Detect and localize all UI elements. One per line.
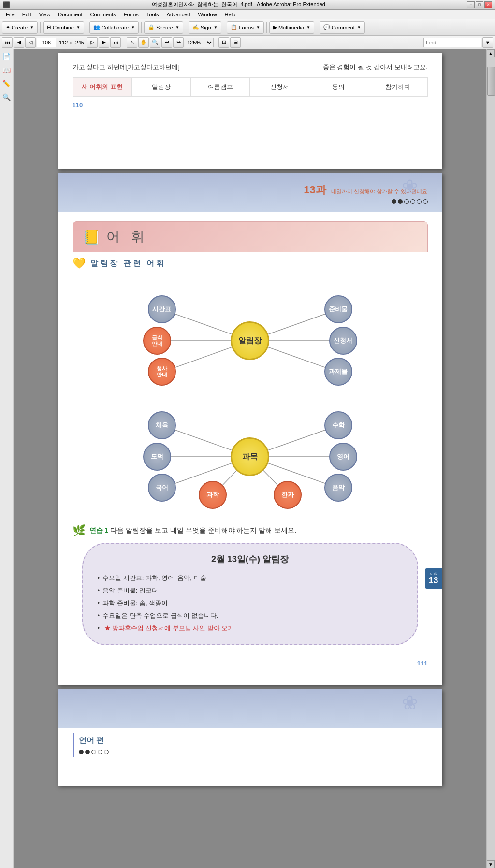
notice-item-3: 과학 준비물: 솜, 색종이: [98, 597, 403, 609]
notice-item-star: ★ 방과후수업 신청서에 부모님 사인 받아 오기: [98, 622, 403, 635]
menu-window[interactable]: Window: [194, 11, 220, 18]
nav-prev2[interactable]: ◁: [25, 37, 36, 48]
create-icon: ✦: [6, 24, 10, 30]
menu-forms[interactable]: Forms: [120, 11, 143, 18]
scroll-up-button[interactable]: ▲: [487, 49, 495, 57]
fit-page[interactable]: ⊡: [218, 37, 229, 48]
satellite-급식안내: 급식안내: [143, 327, 171, 355]
comment-icon: 💬: [323, 24, 330, 30]
satellite-행사안내: 행사안내: [148, 358, 176, 386]
sidebar-icon-page[interactable]: 📄: [1, 51, 12, 62]
notice-items: 수요일 시간표: 과학, 영어, 음악, 미술 음악 준비물: 리코더 과학 준…: [98, 572, 403, 635]
page3-dot-4: [98, 750, 102, 754]
vocab-item-3: 신청서: [250, 78, 309, 96]
nav-last[interactable]: ⏭: [110, 37, 121, 48]
main-area: 📄 📖 ✏️ 🔍 가고 싶다고 하던데[가고싶다고하던데] 좋은 경험이 될 것…: [0, 49, 495, 868]
subsection-title: 알림장 관련 어휘: [90, 259, 166, 269]
satellite-국어: 국어: [148, 474, 176, 502]
section-title-bar: 📒 어 휘: [73, 221, 428, 252]
menu-advanced[interactable]: Advanced: [163, 11, 194, 18]
sidebar-icon-bookmark[interactable]: 📖: [1, 65, 12, 75]
notice-item-2: 음악 준비물: 리코더: [98, 584, 403, 597]
nav-first[interactable]: ⏮: [2, 37, 13, 48]
nav-prev[interactable]: ◀: [14, 37, 24, 48]
menu-tools[interactable]: Tools: [143, 11, 163, 18]
menu-view[interactable]: View: [35, 11, 55, 18]
center-node-2: 과목: [231, 437, 269, 476]
section-title: 어 휘: [106, 228, 149, 246]
secure-button[interactable]: 🔒 Secure ▼: [144, 21, 183, 34]
menu-help[interactable]: Help: [221, 11, 240, 18]
center-node-1: 알림장: [231, 321, 269, 360]
sidebar-icon-search[interactable]: 🔍: [1, 92, 12, 102]
pan-tool[interactable]: ✋: [138, 37, 149, 48]
page3-header: ❀: [58, 689, 442, 728]
scroll-down-button[interactable]: ▼: [487, 860, 495, 868]
dot-2: [398, 199, 403, 204]
fit-width[interactable]: ⊟: [230, 37, 241, 48]
vocab-item-5: 참가하다: [368, 78, 427, 96]
minimize-button[interactable]: −: [467, 1, 475, 8]
separator5: [224, 22, 224, 33]
subsection: 💛 알림장 관련 어휘: [73, 257, 428, 273]
satellite-과제물: 과제물: [324, 358, 352, 386]
combine-button[interactable]: ⊞ Combine ▼: [43, 21, 84, 34]
maximize-button[interactable]: □: [476, 1, 483, 8]
separator4: [186, 22, 186, 33]
close-button[interactable]: ✕: [484, 1, 492, 8]
nav-next[interactable]: ▷: [87, 37, 98, 48]
decorative-flower-2: ❀: [402, 692, 418, 714]
satellite-영어: 영어: [329, 443, 357, 471]
nav-forward[interactable]: ↪: [173, 37, 184, 48]
satellite-시간표: 시간표: [148, 295, 176, 323]
dot-3: [404, 199, 409, 204]
notice-box: 2월 13일(수) 알림장 수요일 시간표: 과학, 영어, 음악, 미술 음악…: [82, 543, 418, 645]
intro-right: 좋은 경험이 될 것 같아서 보내려고요.: [323, 63, 428, 72]
page3-divider: [73, 733, 74, 757]
sidebar-icon-edit[interactable]: ✏️: [1, 78, 12, 89]
mind-map-1: 알림장 시간표 급식안내 행사안내 준비물 신청서 과제물: [73, 283, 428, 399]
sign-button[interactable]: ✍ Sign ▼: [189, 21, 221, 34]
zoom-in[interactable]: 🔍: [150, 37, 160, 48]
zoom-select[interactable]: 125% 100% 75% 50%: [185, 38, 214, 47]
page-input[interactable]: [37, 38, 56, 47]
find-arrow[interactable]: ▼: [482, 37, 493, 48]
page3-dots: [79, 750, 109, 754]
collaborate-button[interactable]: 👥 Collaborate ▼: [89, 21, 139, 34]
content-area: 가고 싶다고 하던데[가고싶다고하던데] 좋은 경험이 될 것 같아서 보내려고…: [14, 49, 486, 868]
title-bar: ⬛ 여성결혼이민자와_함께하는_한국어_4.pdf - Adobe Acroba…: [0, 0, 495, 10]
separator7: [317, 22, 317, 33]
page3-dot-1: [79, 750, 84, 754]
vocab-table: 새 어휘와 표현 알림장 여름캠프 신청서 동의 참가하다: [73, 77, 428, 97]
menu-bar: File Edit View Document Comments Forms T…: [0, 10, 495, 19]
vocab-header-label: 새 어휘와 표현: [73, 78, 132, 96]
page-info: 112 of 245: [59, 40, 84, 45]
separator6: [266, 22, 267, 33]
nav-next2[interactable]: ▶: [99, 37, 109, 48]
menu-document[interactable]: Document: [54, 11, 86, 18]
exercise-icon: 🌿: [73, 524, 86, 537]
bullet-icon: 💛: [73, 257, 86, 270]
scrollbar-thumb[interactable]: [487, 67, 495, 96]
exercise-title: 연습 1 다음 알림장을 보고 내일 무엇을 준비해야 하는지 말해 보세요.: [89, 526, 297, 535]
menu-comments[interactable]: Comments: [87, 11, 120, 18]
cursor-tool[interactable]: ↖: [127, 37, 137, 48]
nav-back[interactable]: ↩: [161, 37, 172, 48]
comment-button[interactable]: 💬 Comment ▼: [320, 21, 365, 34]
intro-left: 가고 싶다고 하던데[가고싶다고하던데]: [73, 63, 180, 72]
forms-button[interactable]: 📋 Forms ▼: [227, 21, 264, 34]
satellite-준비물: 준비물: [324, 295, 352, 323]
menu-edit[interactable]: Edit: [18, 11, 35, 18]
pdf-page-2: 13과 내일까지 신청해야 참가할 수 있다던데요: [58, 173, 442, 685]
multimedia-button[interactable]: ▶ Multimedia ▼: [269, 21, 314, 34]
satellite-신청서: 신청서: [329, 327, 357, 355]
lesson-dots: [304, 199, 427, 204]
left-sidebar: 📄 📖 ✏️ 🔍: [0, 49, 14, 868]
find-input[interactable]: [423, 38, 481, 47]
menu-file[interactable]: File: [2, 11, 18, 18]
create-button[interactable]: ✦ Create ▼: [2, 21, 38, 34]
scrollbar[interactable]: ▲ ▼: [486, 49, 495, 868]
page3-dot-5: [104, 750, 109, 754]
notice-title: 2월 13일(수) 알림장: [98, 553, 403, 565]
satellite-음악: 음악: [324, 474, 352, 502]
